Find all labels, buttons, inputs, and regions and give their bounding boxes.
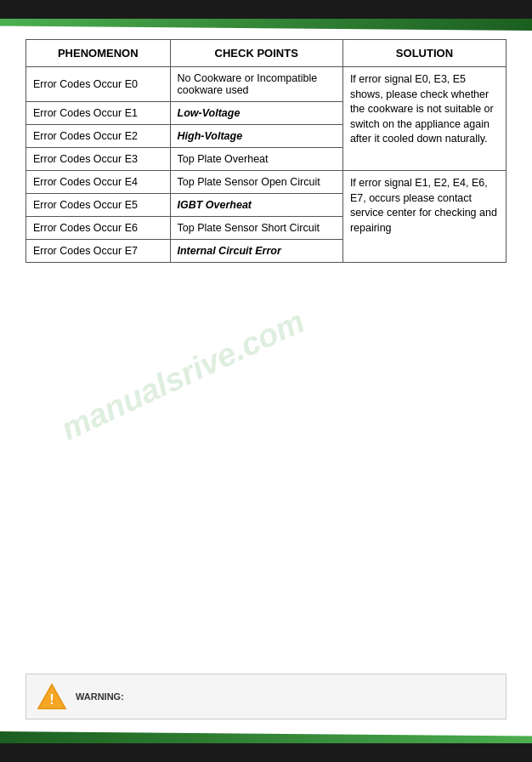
check-e3: Top Plate Overheat: [170, 148, 342, 171]
table-row: Error Codes Occur E0 No Cookware or Inco…: [26, 67, 507, 102]
table-row: Error Codes Occur E4 Top Plate Sensor Op…: [26, 171, 507, 194]
solution-e4-e7: If error signal E1, E2, E4, E6, E7, occu…: [342, 171, 506, 263]
header-solution: SOLUTION: [342, 40, 506, 67]
header-phenomenon: PHENOMENON: [26, 40, 171, 67]
check-e7-text: Internal Circuit Error: [178, 245, 281, 257]
warning-label: WARNING:: [76, 691, 124, 702]
solution-e0-e3: If error signal E0, E3, E5 shows, please…: [342, 67, 506, 171]
check-e2: High-Voltage: [170, 125, 342, 148]
phenomenon-e4: Error Codes Occur E4: [26, 171, 171, 194]
check-e5: IGBT Overheat: [170, 194, 342, 217]
check-e5-text: IGBT Overheat: [178, 199, 252, 211]
phenomenon-e6: Error Codes Occur E6: [26, 217, 171, 240]
check-e7: Internal Circuit Error: [170, 240, 342, 263]
phenomenon-e7: Error Codes Occur E7: [26, 240, 171, 263]
check-e4: Top Plate Sensor Open Circuit: [170, 171, 342, 194]
phenomenon-e1: Error Codes Occur E1: [26, 102, 171, 125]
phenomenon-e5: Error Codes Occur E5: [26, 194, 171, 217]
main-content: PHENOMENON CHECK POINTS SOLUTION Error C…: [25, 31, 507, 731]
bottom-bar-green: [0, 731, 532, 743]
svg-text:!: !: [49, 691, 54, 707]
error-codes-table: PHENOMENON CHECK POINTS SOLUTION Error C…: [25, 39, 507, 263]
check-e2-text: High-Voltage: [178, 130, 243, 142]
table-header-row: PHENOMENON CHECK POINTS SOLUTION: [26, 40, 507, 67]
phenomenon-e2: Error Codes Occur E2: [26, 125, 171, 148]
warning-box: ! WARNING:: [25, 674, 507, 719]
check-e0: No Cookware or Incompatible cookware use…: [170, 67, 342, 102]
header-check-points: CHECK POINTS: [170, 40, 342, 67]
warning-icon: !: [37, 681, 67, 712]
top-bar-green: [0, 19, 532, 31]
check-e1-text: Low-Voltage: [178, 107, 241, 119]
phenomenon-e0: Error Codes Occur E0: [26, 67, 171, 102]
check-e1: Low-Voltage: [170, 102, 342, 125]
check-e6: Top Plate Sensor Short Circuit: [170, 217, 342, 240]
phenomenon-e3: Error Codes Occur E3: [26, 148, 171, 171]
